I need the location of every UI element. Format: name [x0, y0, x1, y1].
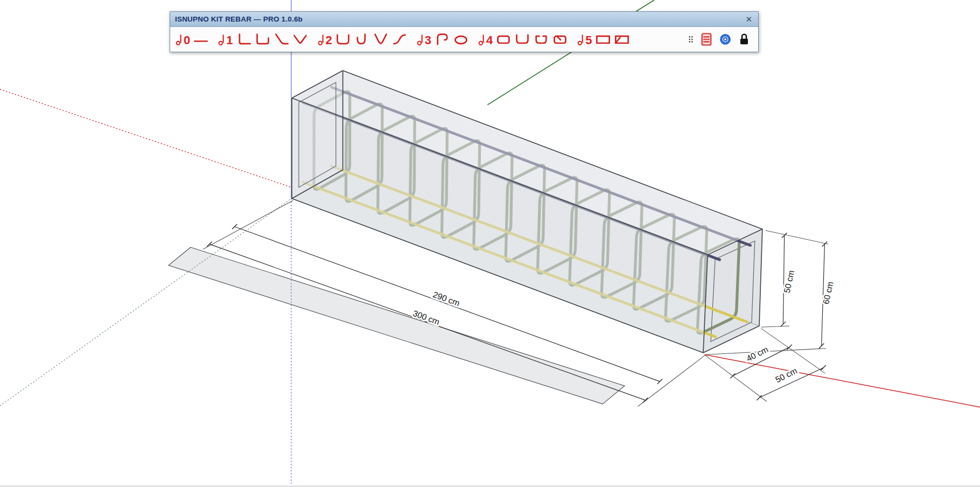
dimension-label-height-inner: 50 cm [782, 269, 796, 294]
tool-stirrup-closed[interactable] [495, 31, 512, 47]
tool-j-hook[interactable] [353, 31, 370, 47]
toolbar-icon-row: 012345 [170, 27, 758, 52]
application-window: 290 cm 300 cm 50 cm 60 cm 40 cm 50 cm [0, 0, 980, 487]
tool-type-3[interactable]: 3 [417, 33, 431, 46]
menu-more[interactable] [685, 31, 696, 47]
tool-bend-l[interactable] [235, 31, 253, 47]
rebar-toolbar: ISNUPNO KIT REBAR — PRO 1.0.6b ✕ 012345 [170, 11, 759, 52]
tool-type-0[interactable]: 0 [176, 33, 190, 46]
tool-type-4[interactable]: 4 [478, 33, 493, 46]
report-doc[interactable] [698, 31, 715, 47]
tool-stirrup-u[interactable] [533, 31, 550, 47]
tool-u-bar[interactable] [334, 31, 352, 47]
tool-hook-bar[interactable] [433, 31, 451, 47]
axis-red-positive [704, 354, 980, 407]
settings-gear[interactable] [717, 31, 734, 47]
tool-oval-tie[interactable] [452, 31, 470, 47]
tool-bend-diagonal[interactable] [273, 31, 290, 47]
toolbar-title: ISNUPNO KIT REBAR — PRO 1.0.6b [175, 15, 303, 23]
tool-type-1[interactable]: 1 [218, 33, 233, 46]
dimension-label-width-inner: 40 cm [745, 345, 769, 363]
tool-bar-straight[interactable] [192, 31, 209, 47]
tool-plate-rect[interactable] [594, 31, 612, 47]
dimension-label-length-inner: 290 cm [432, 290, 461, 308]
license-lock[interactable] [736, 31, 753, 47]
tool-type-2[interactable]: 2 [318, 33, 332, 46]
tool-v-round[interactable] [372, 31, 389, 47]
tool-stirrup-hook[interactable] [551, 31, 569, 47]
viewport-canvas[interactable]: 290 cm 300 cm 50 cm 60 cm 40 cm 50 cm [0, 0, 980, 487]
tool-s-bar[interactable] [391, 31, 408, 47]
axis-red-negative [0, 89, 291, 187]
axis-green-negative [0, 199, 291, 406]
tool-stirrup-open[interactable] [514, 31, 531, 47]
close-icon[interactable]: ✕ [744, 15, 753, 23]
tool-bend-l-hook[interactable] [254, 31, 271, 47]
tool-type-5[interactable]: 5 [577, 33, 592, 46]
tool-plate-rect-diag[interactable] [613, 31, 631, 47]
tool-bend-v[interactable] [292, 31, 309, 47]
toolbar-titlebar[interactable]: ISNUPNO KIT REBAR — PRO 1.0.6b ✕ [170, 12, 758, 27]
